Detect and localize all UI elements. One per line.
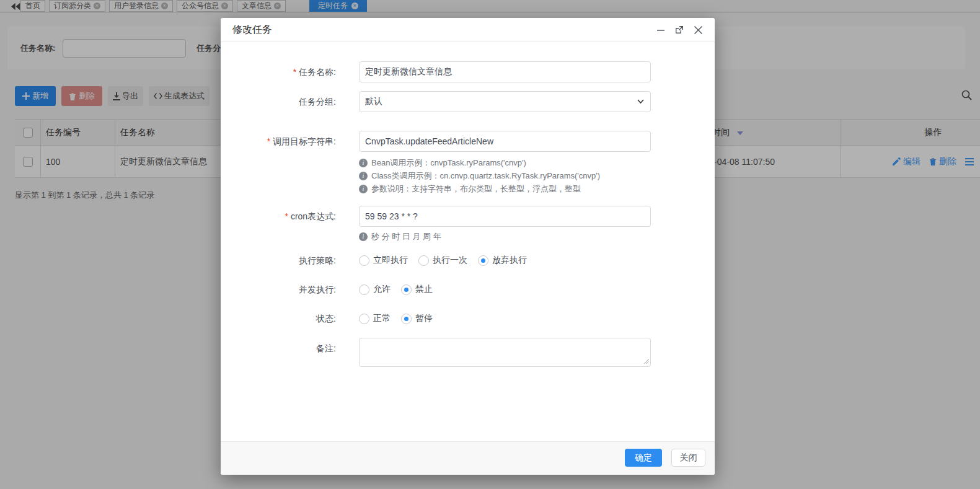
policy-radio-group: 立即执行 执行一次 放弃执行 [359,255,527,266]
cron-label: *cron表达式: [221,206,359,227]
tip-class: Class类调用示例：cn.cnvp.quartz.task.RyTask.ry… [371,170,600,182]
close-button[interactable]: 关闭 [671,449,705,467]
required-asterisk: * [285,211,288,221]
modal-header: 修改任务 [221,18,715,42]
modal-title: 修改任务 [232,24,272,37]
confirm-button[interactable]: 确定 [625,449,662,467]
radio-normal[interactable]: 正常 [359,313,391,324]
radio-once[interactable]: 执行一次 [418,255,467,266]
status-radio-group: 正常 暂停 [359,313,433,324]
invoke-target-label: *调用目标字符串: [221,131,359,152]
radio-icon [418,255,429,266]
job-name-label: *任务名称: [221,61,359,82]
concurrent-label: 并发执行: [221,279,359,300]
radio-icon [478,255,488,266]
tip-cron: 秒 分 时 日 月 周 年 [371,231,441,242]
status-label: 状态: [221,308,359,329]
job-group-label: 任务分组: [221,91,359,112]
job-group-value: 默认 [365,96,382,107]
remark-label: 备注: [221,338,359,367]
radio-icon [401,314,412,324]
invoke-target-input[interactable] [359,131,651,152]
info-icon [359,185,368,193]
info-icon [359,232,368,241]
radio-icon [359,314,369,324]
radio-forbid[interactable]: 禁止 [401,284,433,295]
radio-immediate[interactable]: 立即执行 [359,255,408,266]
radio-icon [359,255,369,266]
tip-bean: Bean调用示例：cnvpTask.ryParams('cnvp') [371,157,526,169]
modal-footer: 确定 关闭 [221,441,715,475]
close-icon[interactable] [693,25,703,35]
radio-icon [401,284,412,295]
maximize-icon[interactable] [674,25,684,35]
concurrent-radio-group: 允许 禁止 [359,284,433,295]
required-asterisk: * [267,136,270,146]
chevron-down-icon [637,99,644,104]
required-asterisk: * [293,67,296,77]
cron-tip: 秒 分 时 日 月 周 年 [359,230,715,243]
invoke-target-tips: Bean调用示例：cnvpTask.ryParams('cnvp') Class… [359,156,715,195]
radio-paused[interactable]: 暂停 [401,313,433,324]
tip-params: 参数说明：支持字符串，布尔类型，长整型，浮点型，整型 [371,183,581,195]
job-name-input[interactable] [359,61,651,82]
minimize-icon[interactable] [656,25,666,35]
modal-body: *任务名称: 任务分组: 默认 *调用目标字符串: Bean调用示例：cnvpT… [221,42,715,367]
radio-allow[interactable]: 允许 [359,284,391,295]
info-icon [359,172,368,180]
cron-input[interactable] [359,206,651,227]
info-icon [359,159,368,167]
job-group-select[interactable]: 默认 [359,91,651,112]
policy-label: 执行策略: [221,250,359,271]
radio-icon [359,284,369,295]
radio-abandon[interactable]: 放弃执行 [478,255,527,266]
remark-textarea[interactable] [359,338,651,367]
edit-task-modal: 修改任务 *任务名称: 任务分组: 默认 *调用目标字符串: Bean调用示例：… [221,18,715,475]
resize-grip-icon[interactable] [643,358,649,364]
